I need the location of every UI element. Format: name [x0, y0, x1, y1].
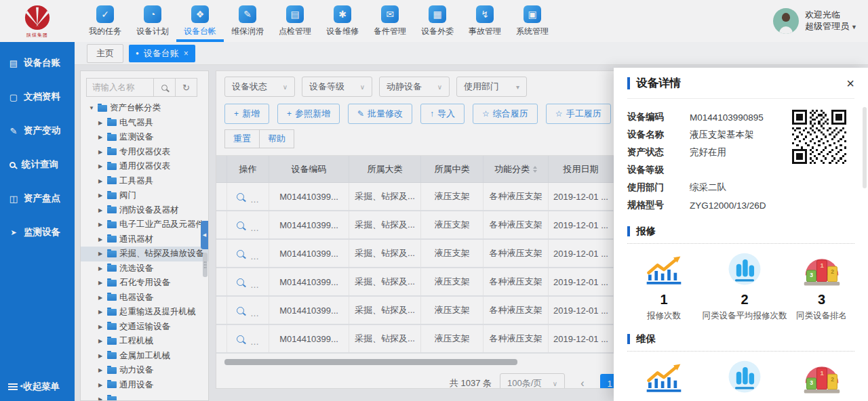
tree-node[interactable]: ▶ 动力设备 [81, 363, 208, 378]
toolbar-button[interactable]: ✎ 批量修改 [348, 104, 412, 124]
prev-page-button[interactable]: ‹ [573, 374, 592, 389]
top-nav-item[interactable]: ✉ 备件管理 [366, 0, 414, 42]
toolbar-button[interactable]: ☆ 综合履历 [473, 104, 538, 124]
page-size-select[interactable]: 100条/页 ∨ [500, 373, 565, 389]
caret-collapsed-icon[interactable]: ▶ [98, 221, 104, 228]
caret-collapsed-icon[interactable]: ▶ [98, 353, 104, 359]
filter-using-department[interactable]: 使用部门▾ [456, 77, 527, 97]
sidebar-item[interactable]: 文档资料 ∨ [0, 80, 75, 114]
view-detail-icon[interactable] [237, 250, 244, 257]
caret-collapsed-icon[interactable]: ▶ [98, 251, 104, 257]
tab-close-icon[interactable]: × [184, 49, 189, 58]
caret-collapsed-icon[interactable]: ▶ [98, 338, 104, 344]
sidebar-item[interactable]: 设备台账 ∨ [0, 46, 75, 80]
collapse-menu-button[interactable]: 收起菜单 [0, 373, 75, 401]
caret-expanded-icon[interactable]: ▼ [89, 105, 95, 111]
view-detail-icon[interactable] [237, 193, 244, 200]
tree-node[interactable]: ▶ 电气器具 [81, 116, 208, 131]
top-nav-item[interactable]: ↯ 事故管理 [461, 0, 509, 42]
tree-node[interactable]: ▶ 监测设备 [81, 130, 208, 145]
sort-icon[interactable] [533, 166, 537, 173]
tree-node[interactable]: ▶ 石化专用设备 [81, 276, 208, 291]
tree-root-node[interactable]: ▼ 资产台帐分类 [81, 101, 208, 116]
sidebar-item[interactable]: 资产盘点 ∨ [0, 182, 75, 215]
drawer-scrollbar[interactable] [863, 107, 867, 188]
top-nav-item[interactable]: ✱ 设备维修 [319, 0, 366, 42]
toolbar-button[interactable]: ↑ 导入 [420, 104, 465, 124]
toolbar-button[interactable]: ☆ 手工履历 [546, 104, 611, 124]
header-function-category[interactable]: 功能分类 [484, 156, 549, 182]
top-nav-item[interactable]: ✎ 维保润滑 [224, 0, 271, 42]
filter-device-level[interactable]: 设备等级∨ [302, 77, 372, 97]
caret-collapsed-icon[interactable]: ▶ [98, 396, 104, 401]
sidebar-item[interactable]: 监测设备 ∨ [0, 215, 75, 249]
caret-collapsed-icon[interactable]: ▶ [98, 295, 104, 301]
caret-collapsed-icon[interactable]: ▶ [98, 163, 104, 169]
tree-node[interactable]: ▶ 洗选设备 [81, 261, 208, 276]
tree-node[interactable]: ▶ 金属加工机械 [81, 349, 208, 364]
more-actions-button[interactable]: … [250, 223, 259, 233]
caret-collapsed-icon[interactable]: ▶ [98, 367, 104, 373]
tree-node[interactable]: ▶ [81, 392, 208, 401]
top-nav-item[interactable]: ▣ 系统管理 [509, 0, 556, 42]
top-nav-item[interactable]: ◔ 设备计划 [129, 0, 176, 42]
tree-node[interactable]: ▶ 工具器具 [81, 174, 208, 189]
tree-node[interactable]: ▶ 通讯器材 [81, 232, 208, 247]
tree-node[interactable]: ▶ 起重输送及提升机械 [81, 305, 208, 320]
horizontal-scrollbar[interactable] [224, 359, 517, 365]
view-detail-icon[interactable] [237, 307, 244, 314]
more-actions-button[interactable]: … [250, 194, 259, 205]
caret-collapsed-icon[interactable]: ▶ [98, 309, 104, 315]
caret-collapsed-icon[interactable]: ▶ [98, 324, 104, 330]
caret-collapsed-icon[interactable]: ▶ [98, 236, 104, 242]
tree-node[interactable]: ▶ 通用设备 [81, 378, 208, 393]
toolbar-button[interactable]: + 参照新增 [277, 104, 340, 124]
tree-node[interactable]: ▶ 工程机械 [81, 334, 208, 349]
view-detail-icon[interactable] [237, 221, 244, 229]
caret-collapsed-icon[interactable]: ▶ [98, 280, 104, 286]
tree-collapse-handle[interactable]: ◀ [201, 221, 208, 249]
secondary-button[interactable]: 帮助 [259, 129, 294, 148]
top-nav-item[interactable]: ▦ 设备外委 [414, 0, 461, 42]
caret-collapsed-icon[interactable]: ▶ [98, 192, 104, 198]
toolbar-button[interactable]: + 新增 [224, 104, 269, 124]
sidebar-item[interactable]: 资产变动 ∨ [0, 114, 75, 148]
caret-collapsed-icon[interactable]: ▶ [98, 120, 104, 126]
caret-collapsed-icon[interactable]: ▶ [98, 178, 104, 184]
view-detail-icon[interactable] [237, 335, 244, 343]
tree-refresh-button[interactable]: ↻ [175, 78, 197, 97]
tree-node[interactable]: ▶ 交通运输设备 [81, 320, 208, 335]
tree-node[interactable]: ▶ 通用仪器仪表 [81, 159, 208, 174]
tree-node[interactable]: ▶ 消防设备及器材 [81, 203, 208, 218]
caret-collapsed-icon[interactable]: ▶ [98, 134, 104, 140]
more-actions-button[interactable]: … [250, 337, 259, 347]
view-detail-icon[interactable] [237, 278, 244, 286]
tree-node[interactable]: ▶ 电器设备 [81, 291, 208, 305]
sidebar-item[interactable]: 统计查询 ∨ [0, 148, 75, 182]
tab-equipment-ledger[interactable]: ● 设备台账 × [129, 45, 195, 62]
tab-home[interactable]: 主页 [87, 44, 123, 63]
tab-label: 设备台账 [144, 47, 179, 60]
filter-device-status[interactable]: 设备状态∨ [224, 77, 295, 97]
filter-dynamic-static[interactable]: 动静设备∨ [379, 77, 450, 97]
caret-collapsed-icon[interactable]: ▶ [98, 149, 104, 155]
caret-collapsed-icon[interactable]: ▶ [98, 266, 104, 272]
more-actions-button[interactable]: … [250, 308, 259, 318]
tree-scrollbar[interactable] [203, 253, 208, 277]
more-actions-button[interactable]: … [250, 280, 259, 290]
top-nav-item[interactable]: ❖ 设备台帐 [176, 0, 224, 42]
close-icon[interactable]: × [846, 77, 854, 90]
tree-search-button[interactable] [153, 78, 176, 97]
caret-collapsed-icon[interactable]: ▶ [98, 207, 104, 213]
caret-collapsed-icon[interactable]: ▶ [98, 382, 104, 388]
more-actions-button[interactable]: … [250, 251, 259, 261]
tree-search-input[interactable] [86, 78, 154, 97]
top-nav-item[interactable]: ▤ 点检管理 [271, 0, 319, 42]
tree-node[interactable]: ▶ 阀门 [81, 188, 208, 203]
top-nav-item[interactable]: ✓ 我的任务 [81, 0, 129, 42]
tree-node[interactable]: ▶ 采掘、钻探及抽放设备 [81, 247, 208, 261]
user-menu[interactable]: 欢迎光临 超级管理员▼ [773, 0, 857, 42]
tree-node[interactable]: ▶ 电子工业产品及元器件 [81, 217, 208, 232]
tree-node[interactable]: ▶ 专用仪器仪表 [81, 145, 208, 160]
secondary-button[interactable]: 重置 [224, 129, 260, 148]
